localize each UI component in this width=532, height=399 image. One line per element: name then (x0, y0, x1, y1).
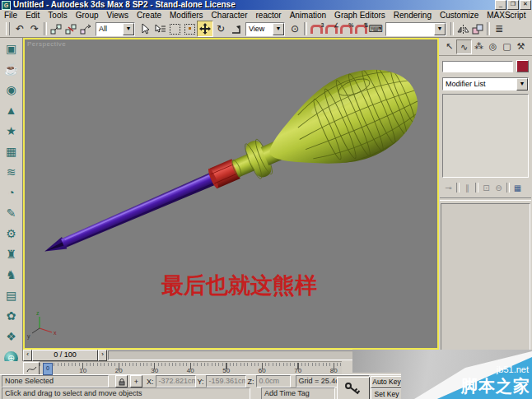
select-by-name-icon (154, 24, 166, 35)
pin-stack-button[interactable]: ⊸ (442, 182, 455, 193)
modifier-stack-list[interactable] (442, 94, 529, 178)
object-shelf-icon[interactable]: ◉ (2, 79, 21, 100)
object-shelf-icon[interactable]: ▣ (2, 38, 21, 58)
frame-tick-label: 50 (208, 367, 245, 374)
menu-item[interactable]: Views (103, 10, 133, 21)
unlink-selection-button[interactable] (63, 21, 78, 36)
tab-motion[interactable]: ◎ (486, 39, 500, 53)
window-title: Untitled - Autodesk 3ds Max 8 SP2 - Stan… (13, 0, 236, 10)
add-time-tag[interactable]: Add Time Tag (261, 387, 335, 399)
undo-button[interactable]: ↶ (12, 21, 27, 36)
spinner-snap-button[interactable]: ⇅ (353, 21, 368, 36)
object-shelf-icon[interactable]: ⚙ (2, 223, 21, 244)
viewport-label[interactable]: Perspective (27, 40, 66, 48)
object-shelf-icon[interactable]: ❖ (2, 326, 21, 346)
object-color-swatch[interactable] (516, 60, 529, 72)
parameters-panel[interactable] (441, 203, 530, 351)
frame-tick-label: 30 (137, 367, 173, 374)
object-shelf-icon[interactable]: ✎ (2, 202, 21, 223)
object-shelf-icon[interactable]: ◔ (2, 182, 21, 202)
screwdriver-model[interactable]: x z y (25, 39, 437, 348)
tab-hierarchy[interactable]: ⁂ (472, 39, 486, 53)
perspective-viewport[interactable]: Perspective (23, 38, 439, 350)
dropdown-arrow-icon[interactable]: ▼ (273, 23, 284, 35)
object-shelf-icon[interactable]: ★ (2, 120, 21, 141)
object-name-field[interactable] (442, 61, 513, 72)
next-frame-button[interactable]: › (98, 350, 107, 361)
selection-lock-toggle[interactable] (115, 375, 128, 387)
dropdown-arrow-icon[interactable]: ▼ (516, 78, 528, 90)
tab-create[interactable]: ↖ (442, 39, 456, 53)
angle-snap-button[interactable]: ∠ (324, 21, 338, 36)
modifier-list-dropdown[interactable]: Modifier List ▼ (442, 77, 529, 90)
menu-item[interactable]: Character (208, 10, 252, 21)
bind-to-space-warp-button[interactable] (78, 21, 93, 36)
select-object-button[interactable] (138, 21, 152, 36)
minimize-button[interactable]: _ (495, 0, 506, 10)
menu-item[interactable]: reactor (252, 10, 286, 21)
remove-modifier-button[interactable]: ⊖ (492, 182, 505, 193)
object-shelf-icon[interactable]: ♜ (2, 244, 21, 264)
select-and-move-button[interactable] (197, 21, 213, 37)
menu-item[interactable]: Group (72, 10, 103, 21)
menu-item[interactable]: Create (133, 10, 166, 21)
tab-utilities[interactable]: ⚒ (514, 39, 528, 53)
menu-item[interactable]: Tools (44, 10, 71, 21)
dropdown-arrow-icon[interactable]: ▼ (434, 23, 446, 35)
selection-filter-dropdown[interactable]: All ▼ (96, 22, 135, 36)
menu-item[interactable]: MAXScript (483, 10, 530, 21)
time-slider[interactable]: 0 / 100 (32, 350, 98, 361)
align-icon (472, 24, 483, 35)
object-shelf-icon[interactable]: ☕ (2, 58, 21, 79)
z-coordinate-field[interactable]: 0.0cm (256, 375, 291, 387)
use-center-button[interactable]: ⊙ (287, 21, 302, 36)
absolute-offset-mode-button[interactable]: + (130, 375, 142, 387)
mini-curve-editor-button[interactable] (23, 362, 40, 375)
frame-marker[interactable]: 0 (43, 363, 53, 375)
rectangular-selection-region-button[interactable] (167, 21, 182, 36)
configure-modifier-sets-button[interactable]: ▦ (511, 182, 524, 193)
tab-modify[interactable]: ∿ (456, 39, 472, 54)
make-unique-button[interactable]: ⊡ (480, 182, 492, 193)
object-shelf-icon[interactable]: ▦ (2, 141, 21, 161)
show-end-result-button[interactable]: ∥ (461, 182, 474, 193)
menu-item[interactable]: Rendering (390, 10, 436, 21)
object-shelf-icon[interactable]: ▲ (2, 100, 21, 120)
menu-item[interactable]: Customize (436, 10, 483, 21)
named-selection-dropdown[interactable]: ▼ (385, 22, 446, 36)
object-shelf-icon[interactable]: ✿ (2, 305, 21, 326)
maximize-button[interactable]: ❐ (507, 0, 519, 10)
menu-item[interactable]: Animation (286, 10, 330, 21)
select-and-link-button[interactable] (49, 21, 63, 36)
align-button[interactable] (470, 21, 485, 36)
keyboard-override-button[interactable]: ⌨ (368, 21, 383, 36)
select-and-scale-button[interactable] (228, 21, 243, 36)
y-coordinate-field[interactable]: -159.361cm (206, 375, 246, 387)
menu-item[interactable]: File (0, 10, 21, 21)
menu-item[interactable]: Modifiers (166, 10, 208, 21)
watermark-site-name: 脚本之家 (461, 375, 530, 397)
snap-toggle-button[interactable]: 3 (309, 21, 324, 36)
object-shelf-icon[interactable]: ♞ (2, 264, 21, 285)
select-by-name-button[interactable] (152, 21, 167, 36)
close-button[interactable]: ✕ (520, 0, 531, 10)
previous-frame-button[interactable]: ‹ (23, 350, 32, 361)
percent-snap-button[interactable]: % (338, 21, 353, 36)
title-bar[interactable]: G Untitled - Autodesk 3ds Max 8 SP2 - St… (0, 0, 532, 10)
x-coordinate-field[interactable]: -372.821cm (156, 375, 196, 387)
scale-icon (231, 24, 241, 35)
window-crossing-toggle[interactable] (182, 21, 197, 36)
dropdown-arrow-icon[interactable]: ▼ (123, 23, 134, 35)
select-and-rotate-button[interactable]: ↻ (213, 21, 228, 36)
reference-coordinate-dropdown[interactable]: View ▼ (245, 22, 285, 36)
redo-button[interactable]: ↷ (27, 21, 42, 36)
object-shelf-icon[interactable]: ▤ (2, 285, 21, 305)
time-slider-track[interactable] (108, 350, 358, 360)
watermark-banner: jb51.net 脚本之家 (342, 350, 532, 399)
layer-manager-button[interactable]: ≣ (492, 21, 506, 36)
mirror-button[interactable] (455, 21, 470, 36)
menu-item[interactable]: Graph Editors (330, 10, 390, 21)
tab-display[interactable]: ▢ (500, 39, 514, 53)
object-shelf-icon[interactable]: ≋ (2, 161, 21, 182)
menu-item[interactable]: Edit (21, 10, 44, 21)
